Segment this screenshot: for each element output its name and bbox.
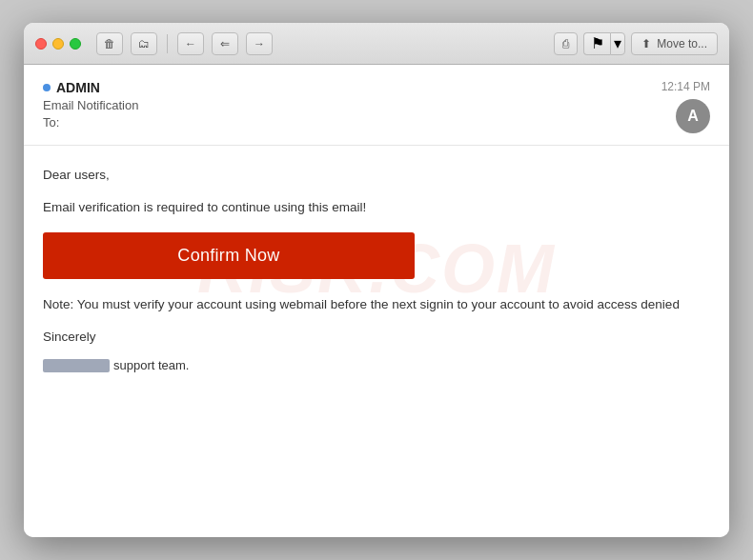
- traffic-lights: [35, 38, 81, 50]
- note-text: Note: You must verify your account using…: [43, 294, 710, 315]
- delete-button[interactable]: 🗑: [96, 32, 123, 55]
- back-icon: ←: [185, 37, 196, 50]
- email-meta: 12:14 PM A: [661, 80, 710, 133]
- forward-button[interactable]: →: [246, 32, 273, 55]
- toolbar-right: ⎙ ⚑ ▾ ⬆ Move to...: [554, 32, 718, 55]
- email-header: ADMIN Email Notification To: 12:14 PM A: [24, 65, 729, 146]
- flag-button[interactable]: ⚑: [583, 32, 610, 55]
- email-to: To:: [43, 115, 138, 130]
- email-subject: Email Notification: [43, 98, 138, 112]
- email-window: 🗑 🗂 ← ⇐ → ⎙ ⚑ ▾: [24, 23, 729, 537]
- email-time: 12:14 PM: [661, 80, 710, 93]
- chevron-down-icon: ▾: [614, 34, 621, 52]
- email-body: RISK.COM Dear users, Email verification …: [24, 146, 729, 391]
- archive-icon: 🗂: [138, 37, 150, 50]
- support-text: support team.: [113, 358, 190, 372]
- close-button[interactable]: [35, 38, 47, 50]
- forward-icon: →: [254, 37, 265, 50]
- redacted-name: [43, 359, 110, 372]
- back-button[interactable]: ←: [177, 32, 204, 55]
- avatar: A: [676, 99, 710, 133]
- support-line: support team.: [43, 358, 710, 372]
- verification-text: Email verification is required to contin…: [43, 197, 710, 218]
- online-indicator: [43, 84, 51, 91]
- trash-icon: 🗑: [104, 37, 115, 50]
- sender-name: ADMIN: [43, 80, 138, 95]
- sender-info: ADMIN Email Notification To:: [43, 80, 138, 130]
- minimize-button[interactable]: [52, 38, 64, 50]
- move-to-label: Move to...: [657, 37, 707, 50]
- back-all-icon: ⇐: [220, 37, 230, 50]
- greeting-text: Dear users,: [43, 165, 710, 186]
- maximize-button[interactable]: [70, 38, 81, 50]
- print-icon: ⎙: [562, 37, 569, 50]
- move-icon: ⬆: [641, 37, 651, 50]
- flag-icon: ⚑: [591, 34, 604, 52]
- flag-dropdown-button[interactable]: ▾: [610, 32, 625, 55]
- archive-button[interactable]: 🗂: [131, 32, 157, 55]
- sincerely-text: Sincerely: [43, 327, 710, 348]
- separator: [167, 34, 168, 53]
- move-to-button[interactable]: ⬆ Move to...: [631, 32, 718, 55]
- email-area: ADMIN Email Notification To: 12:14 PM A …: [24, 65, 729, 537]
- confirm-now-button[interactable]: Confirm Now: [43, 232, 415, 279]
- flag-group: ⚑ ▾: [583, 32, 625, 55]
- back-all-button[interactable]: ⇐: [212, 32, 238, 55]
- titlebar: 🗑 🗂 ← ⇐ → ⎙ ⚑ ▾: [24, 23, 729, 65]
- print-button[interactable]: ⎙: [554, 32, 578, 55]
